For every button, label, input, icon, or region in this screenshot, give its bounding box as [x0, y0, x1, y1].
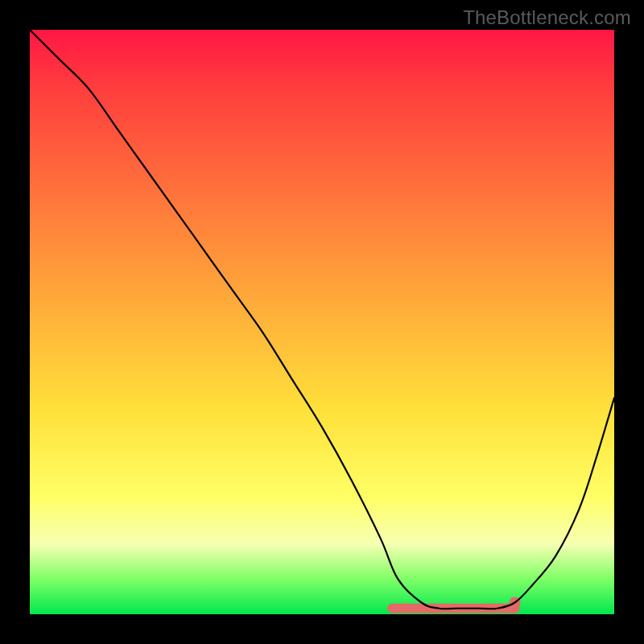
- chart-frame: TheBottleneck.com: [0, 0, 644, 644]
- plot-area: [30, 30, 614, 614]
- watermark-text: TheBottleneck.com: [463, 6, 631, 29]
- bottleneck-curve: [30, 30, 614, 609]
- curve-svg: [30, 30, 614, 614]
